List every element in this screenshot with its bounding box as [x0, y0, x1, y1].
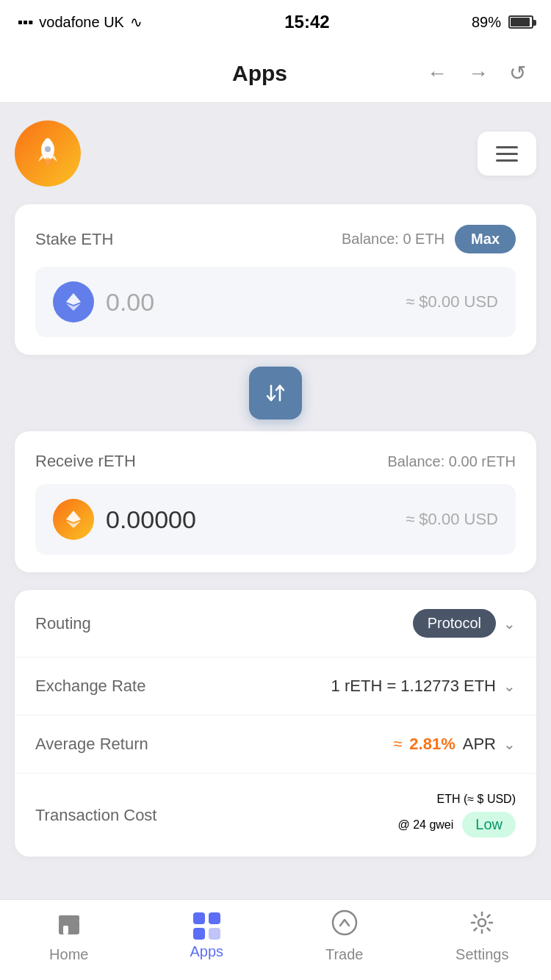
tx-cost-value-group: ETH (≈ $ USD) @ 24 gwei Low — [397, 793, 516, 837]
receive-usd: ≈ $0.00 USD — [406, 510, 498, 529]
svg-point-3 — [45, 146, 51, 152]
exchange-chevron-icon: ⌄ — [503, 677, 516, 695]
nav-item-home[interactable]: Home — [32, 909, 106, 963]
reth-icon — [53, 499, 94, 540]
avg-return-label: Average Return — [35, 735, 148, 754]
reth-token-left: 0.00000 — [53, 499, 196, 540]
nav-item-apps[interactable]: Apps — [170, 912, 243, 960]
avg-return-chevron-icon: ⌄ — [503, 735, 516, 753]
bottom-nav: Home Apps Trade — [0, 899, 551, 980]
info-section: Routing Protocol ⌄ Exchange Rate 1 rETH … — [15, 590, 536, 857]
home-label: Home — [49, 946, 88, 963]
carrier-info: ▪▪▪ vodafone UK ∿ — [18, 13, 143, 31]
battery-info: 89% — [472, 14, 533, 31]
swap-wrap — [15, 367, 536, 419]
stake-balance-row: Balance: 0 ETH Max — [342, 225, 516, 253]
tx-cost-gwei: @ 24 gwei — [397, 818, 453, 832]
tx-cost-low-badge: Low — [462, 812, 516, 837]
eth-token-left: 0.00 — [53, 281, 154, 323]
receive-card: Receive rETH Balance: 0.00 rETH 0.00000 … — [15, 431, 536, 572]
receive-balance: Balance: 0.00 rETH — [387, 453, 516, 470]
receive-input-row[interactable]: 0.00000 ≈ $0.00 USD — [35, 484, 516, 555]
stake-amount: 0.00 — [106, 288, 154, 317]
stake-balance: Balance: 0 ETH — [342, 231, 444, 248]
protocol-badge: Protocol — [413, 609, 496, 638]
routing-row[interactable]: Routing Protocol ⌄ — [15, 590, 536, 657]
main-content: Stake ETH Balance: 0 ETH Max 0.00 ≈ $0.0… — [0, 103, 551, 899]
refresh-button[interactable]: ↺ — [506, 58, 529, 88]
menu-line-1 — [496, 146, 518, 148]
top-row — [15, 120, 536, 187]
receive-label: Receive rETH — [35, 452, 136, 471]
menu-button[interactable] — [478, 131, 536, 176]
clock: 15:42 — [284, 12, 329, 32]
nav-controls: ← → ↺ — [424, 58, 529, 88]
svg-point-8 — [48, 159, 51, 165]
trade-label: Trade — [325, 946, 364, 963]
carrier-name: vodafone UK — [39, 14, 124, 31]
avg-return-suffix: APR — [463, 735, 496, 754]
trade-icon — [331, 909, 358, 942]
routing-chevron-icon: ⌄ — [503, 615, 516, 633]
signal-icon: ▪▪▪ — [18, 14, 33, 31]
settings-label: Settings — [455, 946, 508, 963]
stake-header: Stake ETH Balance: 0 ETH Max — [35, 225, 516, 253]
apps-icon — [193, 912, 220, 939]
tx-cost-value: ETH (≈ $ USD) — [437, 793, 516, 806]
settings-icon — [469, 909, 495, 942]
forward-button[interactable]: → — [465, 59, 491, 88]
stake-label: Stake ETH — [35, 230, 113, 249]
apps-label: Apps — [190, 943, 223, 960]
home-icon — [56, 909, 82, 942]
max-button[interactable]: Max — [455, 225, 516, 253]
svg-rect-14 — [63, 926, 68, 934]
exchange-rate-value-group: 1 rETH = 1.12773 ETH ⌄ — [331, 677, 516, 696]
svg-rect-15 — [59, 915, 79, 921]
avg-return-row[interactable]: Average Return ≈ 2.81% APR ⌄ — [15, 716, 536, 774]
svg-point-7 — [45, 159, 48, 165]
receive-amount: 0.00000 — [106, 505, 196, 534]
battery-icon — [508, 15, 533, 29]
stake-input-row[interactable]: 0.00 ≈ $0.00 USD — [35, 267, 516, 337]
wifi-icon: ∿ — [130, 13, 143, 31]
app-logo — [15, 120, 81, 187]
svg-point-17 — [478, 919, 486, 926]
battery-percent: 89% — [472, 14, 501, 31]
tx-cost-row: Transaction Cost ETH (≈ $ USD) @ 24 gwei… — [15, 774, 536, 857]
nav-bar: Apps ← → ↺ — [0, 44, 551, 103]
svg-marker-9 — [66, 293, 81, 305]
svg-point-16 — [333, 911, 356, 934]
back-button[interactable]: ← — [424, 59, 450, 88]
routing-value-group: Protocol ⌄ — [413, 609, 516, 638]
svg-marker-11 — [66, 511, 81, 522]
exchange-rate-value: 1 rETH = 1.12773 ETH — [331, 677, 496, 696]
exchange-rate-label: Exchange Rate — [35, 677, 145, 696]
svg-rect-13 — [59, 920, 79, 934]
nav-item-trade[interactable]: Trade — [308, 909, 381, 963]
routing-label: Routing — [35, 614, 91, 633]
page-title: Apps — [232, 61, 287, 86]
nav-item-settings[interactable]: Settings — [445, 909, 519, 963]
receive-header: Receive rETH Balance: 0.00 rETH — [35, 452, 516, 471]
stake-card: Stake ETH Balance: 0 ETH Max 0.00 ≈ $0.0… — [15, 204, 536, 355]
avg-return-approx: ≈ — [393, 735, 402, 754]
tx-cost-label: Transaction Cost — [35, 806, 156, 825]
status-bar: ▪▪▪ vodafone UK ∿ 15:42 89% — [0, 0, 551, 44]
exchange-rate-row[interactable]: Exchange Rate 1 rETH = 1.12773 ETH ⌄ — [15, 657, 536, 716]
menu-line-2 — [496, 153, 518, 155]
avg-return-pct: 2.81% — [409, 735, 455, 754]
avg-return-value-group: ≈ 2.81% APR ⌄ — [393, 735, 516, 754]
swap-button[interactable] — [249, 367, 302, 419]
stake-usd: ≈ $0.00 USD — [406, 292, 498, 311]
menu-line-3 — [496, 159, 518, 162]
eth-icon — [53, 281, 94, 323]
